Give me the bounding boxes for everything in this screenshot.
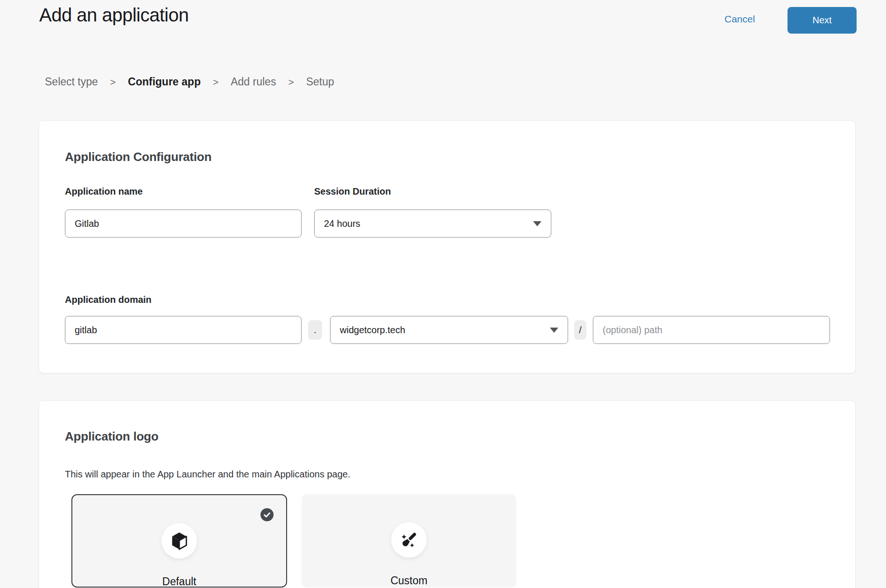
dot-separator: .: [308, 320, 322, 340]
custom-logo-circle: [391, 522, 427, 558]
breadcrumb-separator: >: [110, 77, 116, 88]
next-button[interactable]: Next: [788, 7, 857, 34]
breadcrumb-separator: >: [288, 77, 294, 88]
cube-icon: [170, 531, 188, 551]
check-icon: [260, 508, 274, 521]
session-duration-label: Session Duration: [314, 186, 391, 197]
breadcrumb-step-add-rules[interactable]: Add rules: [231, 76, 276, 88]
application-configuration-card: Application Configuration Application na…: [39, 120, 856, 373]
domain-row: . widgetcorp.tech /: [65, 316, 830, 344]
page-title: Add an application: [39, 5, 189, 26]
slash-separator: /: [574, 320, 586, 340]
breadcrumb-step-select-type[interactable]: Select type: [45, 76, 98, 88]
application-domain-label: Application domain: [65, 294, 152, 305]
logo-option-default[interactable]: Default: [71, 494, 287, 588]
subdomain-input[interactable]: [65, 316, 302, 344]
logo-option-label: Default: [72, 575, 286, 588]
breadcrumb-step-configure-app[interactable]: Configure app: [128, 76, 201, 88]
application-configuration-heading: Application Configuration: [65, 150, 211, 164]
application-name-label: Application name: [65, 186, 143, 197]
default-logo-circle: [162, 523, 197, 559]
session-duration-value: 24 hours: [324, 218, 360, 229]
paintbrush-icon: [398, 529, 420, 551]
domain-select[interactable]: widgetcorp.tech: [330, 316, 568, 344]
application-logo-description: This will appear in the App Launcher and…: [65, 469, 351, 480]
breadcrumb-separator: >: [213, 77, 218, 88]
session-duration-select[interactable]: 24 hours: [314, 210, 551, 238]
chevron-down-icon: [550, 328, 558, 333]
breadcrumb: Select type > Configure app > Add rules …: [45, 76, 334, 88]
cancel-button[interactable]: Cancel: [724, 14, 755, 25]
name-session-row: 24 hours: [65, 210, 551, 238]
chevron-down-icon: [533, 221, 541, 226]
breadcrumb-step-setup[interactable]: Setup: [306, 76, 334, 88]
domain-value: widgetcorp.tech: [340, 325, 405, 336]
path-input[interactable]: [593, 316, 830, 344]
application-logo-card: Application logo This will appear in the…: [39, 400, 856, 588]
logo-options: Default Custom: [71, 494, 516, 588]
logo-option-label: Custom: [302, 574, 516, 587]
logo-option-custom[interactable]: Custom: [302, 494, 516, 588]
application-name-input[interactable]: [65, 210, 302, 238]
application-logo-heading: Application logo: [65, 429, 158, 444]
